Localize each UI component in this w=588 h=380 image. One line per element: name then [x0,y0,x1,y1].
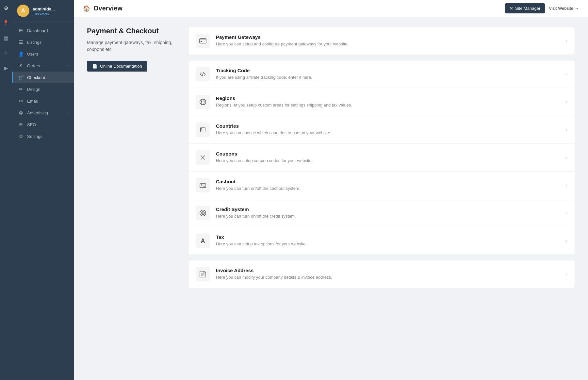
sidebar-item-design[interactable]: ✏ Design [12,83,74,95]
sidebar-item-seo[interactable]: ⊕ SEO [12,119,74,130]
site-manager-button[interactable]: ✕ Site Manager [505,3,545,13]
left-panel: Payment & Checkout Manage payment gatewa… [87,27,178,370]
cashout-icon [196,178,210,192]
sidebar-item-label: Email [27,99,38,104]
doc-button-label: Online Documentation [100,64,142,69]
icon-bar: ⊕ 📍 ▦ ≡ ▶ [0,0,12,380]
countries-desc: Here you can choose which countries to u… [216,130,562,136]
sidebar-item-dashboard[interactable]: ⊞ Dashboard [12,25,74,36]
regions-item[interactable]: Regions Regions let you setup custom are… [188,88,575,116]
site-manager-label: Site Manager [515,6,540,11]
coupons-title: Coupons [216,151,562,157]
payment-gateways-item[interactable]: Payment Gateways Here you can setup and … [188,27,575,55]
credit-system-item[interactable]: Credit System Here you can turn on/off t… [188,199,575,227]
bar-icon-list[interactable]: ≡ [1,48,10,58]
doc-icon: 📄 [92,64,97,69]
sidebar-item-label: Design [27,87,40,92]
bar-icon-home[interactable]: ⊕ [1,3,10,12]
checkout-icon: 🛒 [18,75,24,80]
sidebar-item-listings[interactable]: ☰ Listings › [12,36,74,48]
chevron-right-icon: › [566,71,567,77]
chevron-right-icon: › [68,111,69,115]
svg-rect-1 [201,41,202,42]
email-icon: ✉ [18,98,24,104]
section-description: Manage payment gateways, tax, shipping, … [87,39,178,53]
invoice-address-icon [196,267,210,281]
bar-icon-pin[interactable]: 📍 [1,18,10,27]
chevron-right-icon: › [68,52,69,56]
sidebar-item-orders[interactable]: $ Orders › [12,60,74,72]
chevron-right-icon: › [566,155,567,160]
tracking-code-title: Tracking Code [216,68,562,73]
cashout-title: Cashout [216,179,562,184]
sidebar-header: A adminide... messages [12,0,74,22]
topbar: 🏠 Overview ✕ Site Manager Visit Website … [74,0,588,17]
bar-icon-play[interactable]: ▶ [1,63,10,73]
sidebar-item-label: Dashboard [27,28,48,33]
sidebar-item-advertising[interactable]: ◎ Advertising › [12,107,74,119]
tax-text: Tax Here you can setup tax options for y… [216,234,562,247]
coupons-icon [196,150,210,165]
sidebar-nav: ⊞ Dashboard ☰ Listings › 👤 Users › $ Ord… [12,22,74,380]
arrow-icon: → [575,6,579,11]
listings-icon: ☰ [18,40,24,45]
sidebar-item-label: Settings [27,134,42,139]
tax-desc: Here you can setup tax options for your … [216,241,562,247]
coupons-item[interactable]: Coupons Here you can setup coupon codes … [188,144,575,172]
tax-title: Tax [216,234,562,240]
invoice-address-desc: Here you can modify your company details… [216,274,562,280]
messages-link[interactable]: messages [33,11,55,15]
invoice-address-card: Invoice Address Here you can modify your… [188,260,575,288]
sidebar: A adminide... messages ⊞ Dashboard ☰ Lis… [12,0,74,380]
credit-system-desc: Here you can turn on/off the credit syst… [216,213,562,219]
sidebar-item-label: Checkout [27,75,45,80]
sidebar-item-users[interactable]: 👤 Users › [12,48,74,60]
chevron-right-icon: › [566,38,567,44]
tracking-code-icon [196,67,210,81]
design-icon: ✏ [18,87,24,92]
tax-icon: A [196,234,210,248]
user-info: adminide... messages [33,7,55,15]
sidebar-item-email[interactable]: ✉ Email › [12,95,74,107]
sidebar-item-label: SEO [27,122,36,127]
chevron-right-icon: › [566,127,567,133]
settings-icon: ⚙ [18,134,24,139]
countries-title: Countries [216,123,562,129]
payment-gateways-desc: Here you can setup and configure payment… [216,41,562,47]
countries-item[interactable]: Countries Here you can choose which coun… [188,116,575,144]
topbar-right: ✕ Site Manager Visit Website → [505,3,579,13]
invoice-address-item[interactable]: Invoice Address Here you can modify your… [188,260,575,288]
visit-website-label: Visit Website [549,6,573,11]
section-title: Payment & Checkout [87,27,178,35]
right-panel: Payment Gateways Here you can setup and … [188,27,575,370]
advertising-icon: ◎ [18,110,24,115]
chevron-right-icon: › [566,238,567,244]
orders-icon: $ [18,63,24,68]
sidebar-item-settings[interactable]: ⚙ Settings [12,130,74,142]
regions-desc: Regions let you setup custom areas for s… [216,102,562,108]
online-documentation-button[interactable]: 📄 Online Documentation [87,61,147,72]
cashout-desc: Here you can turn on/off the cachout sys… [216,186,562,191]
countries-icon [196,123,210,137]
payment-gateways-text: Payment Gateways Here you can setup and … [216,34,562,47]
tracking-code-item[interactable]: Tracking Code If you are using affiliate… [188,60,575,88]
regions-text: Regions Regions let you setup custom are… [216,95,562,108]
payment-gateways-card: Payment Gateways Here you can setup and … [188,27,575,55]
bar-icon-grid[interactable]: ▦ [1,33,10,42]
countries-text: Countries Here you can choose which coun… [216,123,562,136]
visit-website-button[interactable]: Visit Website → [549,6,579,11]
svg-point-13 [202,212,204,214]
coupons-text: Coupons Here you can setup coupon codes … [216,151,562,164]
dashboard-icon: ⊞ [18,28,24,33]
sidebar-item-checkout[interactable]: 🛒 Checkout [12,72,74,83]
svg-rect-0 [200,39,206,43]
tracking-code-text: Tracking Code If you are using affiliate… [216,68,562,80]
chevron-right-icon: › [566,182,567,188]
credit-system-text: Credit System Here you can turn on/off t… [216,207,562,219]
chevron-right-icon: › [68,64,69,68]
site-manager-icon: ✕ [510,6,513,11]
chevron-right-icon: › [68,99,69,103]
tax-item[interactable]: A Tax Here you can setup tax options for… [188,227,575,255]
cashout-item[interactable]: Cashout Here you can turn on/off the cac… [188,172,575,199]
coupons-desc: Here you can setup coupon codes for your… [216,158,562,164]
